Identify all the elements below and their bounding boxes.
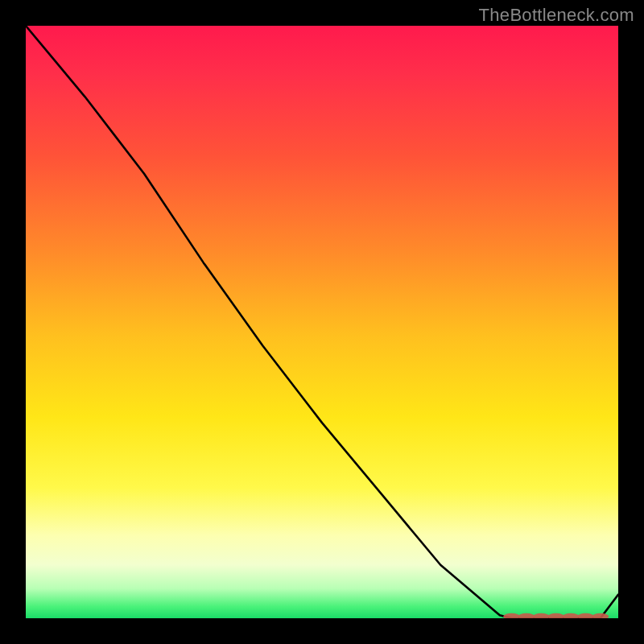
plot-area xyxy=(26,26,618,618)
optimal-marker xyxy=(503,613,520,618)
optimal-marker xyxy=(547,613,564,618)
optimal-range-markers xyxy=(503,613,609,618)
optimal-marker xyxy=(592,613,609,618)
bottleneck-chart: TheBottleneck.com xyxy=(0,0,644,644)
optimal-marker xyxy=(563,613,580,618)
optimal-marker xyxy=(518,613,535,618)
optimal-marker xyxy=(577,613,594,618)
attribution-label: TheBottleneck.com xyxy=(479,5,634,26)
performance-curve xyxy=(26,26,618,618)
optimal-marker xyxy=(533,613,550,618)
bottleneck-line xyxy=(26,26,618,618)
